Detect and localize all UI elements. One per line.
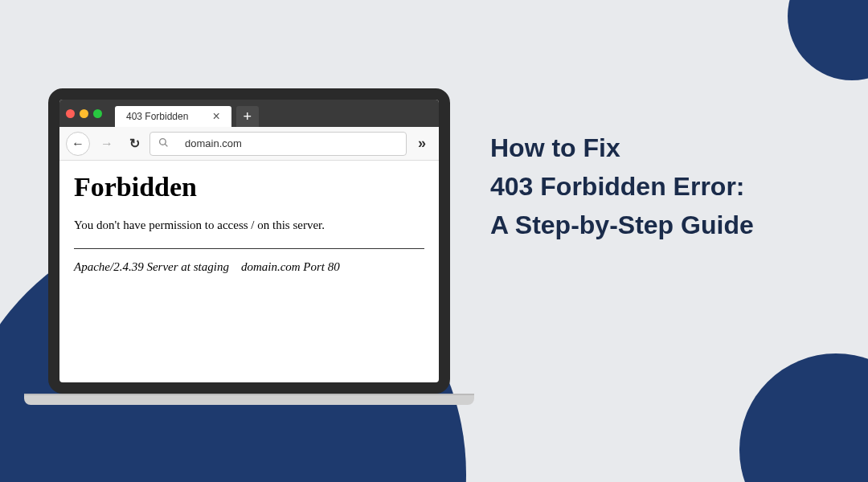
back-button[interactable]: ← [66, 132, 90, 156]
laptop-illustration: 403 Forbidden × + ← → ↻ domain.com » For… [40, 88, 458, 405]
close-window-icon[interactable] [66, 109, 75, 118]
minimize-window-icon[interactable] [80, 109, 88, 118]
tab-title: 403 Forbidden [126, 111, 188, 122]
page-content: Forbidden You don't have permission to a… [59, 161, 439, 285]
reload-button[interactable]: ↻ [124, 133, 145, 154]
search-icon [158, 137, 169, 150]
new-tab-button[interactable]: + [236, 106, 259, 127]
error-message: You don't have permission to access / on… [74, 219, 424, 232]
headline-line-1: How to Fix [490, 129, 836, 167]
forward-button[interactable]: → [95, 132, 119, 156]
server-signature: Apache/2.4.39 Server at staging domain.c… [74, 260, 424, 274]
article-headline: How to Fix 403 Forbidden Error: A Step-b… [490, 129, 836, 244]
headline-line-2: 403 Forbidden Error: [490, 167, 836, 206]
decoration-circle-bottom-right [739, 353, 868, 482]
decoration-circle-top-right [788, 0, 868, 80]
browser-tab[interactable]: 403 Forbidden × [115, 106, 231, 127]
browser-toolbar: ← → ↻ domain.com » [59, 127, 439, 161]
svg-line-1 [165, 144, 167, 146]
browser-tab-bar: 403 Forbidden × + [59, 100, 439, 127]
url-text: domain.com [185, 137, 242, 149]
laptop-base [24, 394, 474, 405]
headline-line-3: A Step-by-Step Guide [490, 206, 836, 244]
maximize-window-icon[interactable] [93, 109, 102, 118]
address-bar[interactable]: domain.com [149, 132, 407, 156]
error-heading: Forbidden [74, 172, 424, 202]
laptop-screen: 403 Forbidden × + ← → ↻ domain.com » For… [48, 88, 450, 394]
window-controls [66, 109, 102, 118]
divider [74, 248, 424, 249]
overflow-menu-icon[interactable]: » [411, 135, 432, 152]
close-tab-icon[interactable]: × [212, 109, 219, 124]
svg-point-0 [160, 138, 166, 145]
